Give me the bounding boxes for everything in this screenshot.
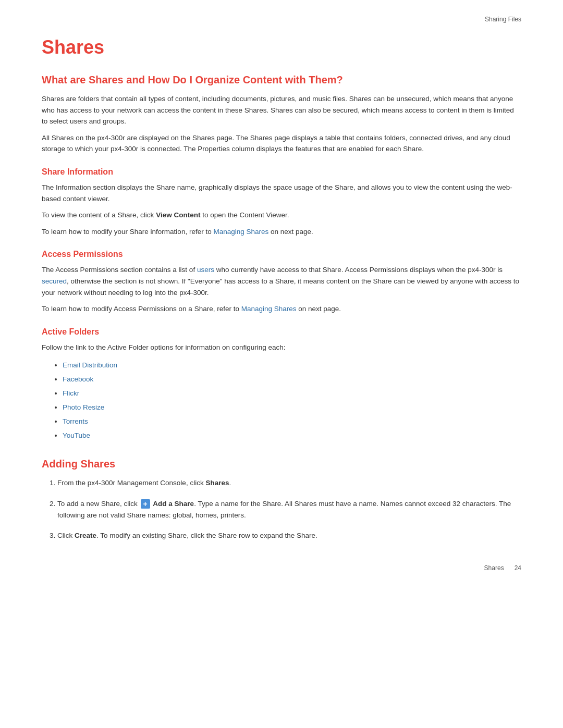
adding-shares-step-1: From the px4-300r Management Console, cl… — [57, 477, 521, 489]
list-item-facebook: Facebook — [63, 372, 521, 386]
page-title: Shares — [42, 36, 521, 58]
page-container: Sharing Files Shares What are Shares and… — [0, 0, 563, 593]
photo-resize-link[interactable]: Photo Resize — [63, 403, 104, 411]
breadcrumb: Sharing Files — [485, 16, 521, 23]
users-link[interactable]: users — [197, 266, 214, 274]
active-folders-list: Email Distribution Facebook Flickr Photo… — [63, 358, 521, 442]
sub-heading-access-permissions: Access Permissions — [42, 250, 521, 259]
share-info-para1: The Information section displays the Sha… — [42, 182, 521, 204]
managing-shares-link-1[interactable]: Managing Shares — [213, 228, 268, 236]
list-item-email-distribution: Email Distribution — [63, 358, 521, 372]
torrents-link[interactable]: Torrents — [63, 417, 88, 425]
secured-link[interactable]: secured — [42, 277, 67, 285]
adding-shares-list: From the px4-300r Management Console, cl… — [57, 477, 521, 541]
adding-shares-step-3: Click Create. To modify an existing Shar… — [57, 530, 521, 541]
add-share-icon: + — [141, 499, 150, 509]
facebook-link[interactable]: Facebook — [63, 375, 93, 383]
list-item-youtube: YouTube — [63, 428, 521, 442]
page-footer: Shares 24 — [484, 564, 521, 572]
list-item-torrents: Torrents — [63, 414, 521, 428]
section-heading-what-are-shares: What are Shares and How Do I Organize Co… — [42, 74, 521, 86]
email-distribution-link[interactable]: Email Distribution — [63, 361, 117, 369]
footer-label: Shares — [484, 564, 504, 572]
share-info-para3: To learn how to modify your Share inform… — [42, 226, 521, 238]
adding-shares-step-2: To add a new Share, click + Add a Share.… — [57, 498, 521, 521]
what-are-shares-para2: All Shares on the px4-300r are displayed… — [42, 132, 521, 155]
youtube-link[interactable]: YouTube — [63, 431, 90, 439]
flickr-link[interactable]: Flickr — [63, 389, 79, 397]
breadcrumb-text: Sharing Files — [485, 16, 521, 23]
what-are-shares-para1: Shares are folders that contain all type… — [42, 93, 521, 127]
list-item-photo-resize: Photo Resize — [63, 400, 521, 414]
sub-heading-active-folders: Active Folders — [42, 327, 521, 337]
section-heading-adding-shares: Adding Shares — [42, 458, 521, 470]
access-permissions-para1: The Access Permissions section contains … — [42, 264, 521, 298]
active-folders-para1: Follow the link to the Active Folder opt… — [42, 342, 521, 353]
list-item-flickr: Flickr — [63, 386, 521, 400]
managing-shares-link-2[interactable]: Managing Shares — [241, 305, 297, 313]
share-info-para2: To view the content of a Share, click Vi… — [42, 209, 521, 221]
sub-heading-share-information: Share Information — [42, 167, 521, 177]
access-permissions-para2: To learn how to modify Access Permission… — [42, 303, 521, 315]
footer-page-number: 24 — [515, 564, 521, 572]
